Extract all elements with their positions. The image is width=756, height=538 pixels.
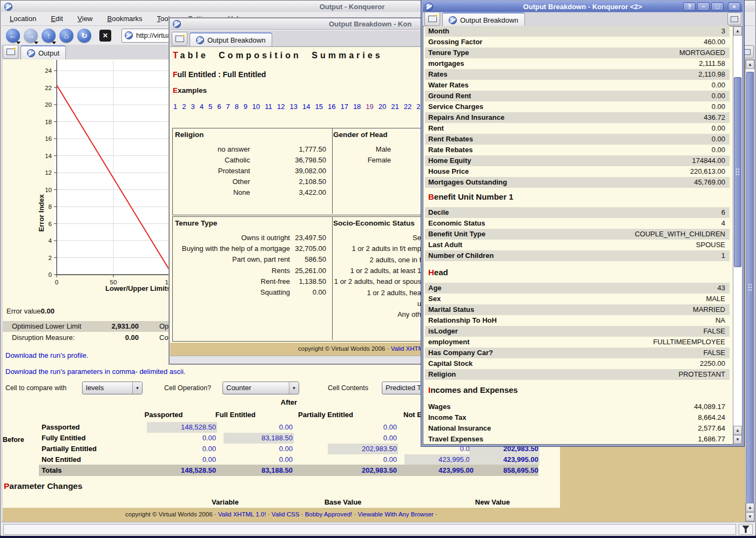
table-cell: None [170,187,250,198]
svg-text:10: 10 [45,187,52,193]
footer-link[interactable]: Bobby Approved! [305,511,353,517]
menu-item-view[interactable]: View [78,15,93,23]
cell-operation-select[interactable]: Counter ▼ [222,382,299,394]
row-label: Totals [42,465,62,476]
row-value: 2250.00 [700,358,725,369]
table-cell: 1 or 2 adults, hea [367,288,421,298]
example-link-15[interactable]: 15 [315,103,322,111]
row-label: Benefit Unit Type [428,229,485,240]
tab-corner-button[interactable] [3,45,18,59]
table-row: House Price220,613.00 [425,166,730,177]
menu-item-edit[interactable]: Edit [51,15,63,23]
scroll-up-icon[interactable]: ▲ [733,26,742,36]
table-row: Repairs And Insurance436.72 [425,112,730,123]
back-icon[interactable]: ← [6,29,20,43]
table-row: Economic Status4 [425,218,730,229]
tab-corner-button[interactable] [172,32,187,46]
matrix-cell: 202,983.50 [328,444,398,454]
example-link-9[interactable]: 9 [244,103,247,111]
svg-text:8: 8 [49,203,52,210]
chevron-down-icon[interactable]: ▼ [289,382,299,394]
example-link-5[interactable]: 5 [208,103,212,111]
scroll-down-icon[interactable]: ▼ [733,435,742,444]
example-link-20[interactable]: 20 [379,103,386,111]
row-value: PROTESTANT [679,369,725,380]
row-label: Rate Rebates [428,145,473,155]
example-link-16[interactable]: 16 [328,103,335,111]
scroll-up-icon[interactable]: ▲ [746,60,754,69]
tab-output-breakdown[interactable]: Output Breakdown [190,32,272,46]
example-link-13[interactable]: 13 [290,103,298,111]
example-link-22[interactable]: 22 [404,103,411,111]
footer-link[interactable]: Valid CSS [272,511,300,517]
example-link-17[interactable]: 17 [340,103,348,111]
example-link-8[interactable]: 8 [235,103,239,111]
table-row: Grossing Factor460.00 [425,37,730,47]
svg-text:4: 4 [49,237,52,244]
row-label: Capital Stock [428,358,473,369]
table-cell: 1 or 2 adults in f/t emp [352,243,421,254]
table-cell: 586.50 [291,254,326,265]
reload-icon[interactable]: ↻ [77,29,91,43]
example-link-1[interactable]: 1 [173,103,177,111]
home-icon[interactable]: ⌂ [59,29,73,43]
tab-output[interactable]: Output [21,45,66,59]
row-label: Fully Entitled [42,433,86,444]
row-value: FULLTIMEEMPLOYEE [653,337,725,348]
stat-label: Disruption Measure: [12,333,75,342]
table-cell: Squatting [170,287,290,298]
cell-compare-select[interactable]: levels ▼ [82,382,143,394]
download-parameters-link[interactable]: Download the run's parameters in comma- … [5,367,185,376]
page-icon [125,31,133,39]
table-cell: Part own, part rent [170,254,290,265]
status-tools-button[interactable] [739,524,753,535]
example-link-2[interactable]: 2 [182,103,186,111]
scroll-up-icon[interactable]: ▲ [733,426,742,435]
download-profile-link[interactable]: Download the run's profile. [5,351,89,359]
table-row: Number of Children1 [425,250,730,261]
svg-text:24: 24 [45,67,52,74]
table-cell: Owns it outright [170,233,290,243]
example-link-18[interactable]: 18 [353,103,361,111]
main-vertical-scrollbar[interactable]: ▲ ▲ ▼ [745,59,755,522]
new-tab-icon [6,49,15,55]
column-header: Full Entitled [187,411,284,419]
scroll-down-icon[interactable]: ▼ [746,512,754,521]
row-label: Month [428,26,449,37]
table-row: Decile6 [425,207,730,218]
example-link-3[interactable]: 3 [191,103,194,111]
table-row: Month3 [425,26,730,37]
scrollbar-thumb[interactable] [746,72,754,503]
example-link-19[interactable]: 19 [366,103,373,111]
matrix-cell: 0.00 [224,422,294,433]
menu-item-location[interactable]: Location [10,15,36,23]
front-vertical-scrollbar[interactable]: ▲ ▲ ▼ [733,26,742,445]
example-link-21[interactable]: 21 [391,103,399,111]
example-link-10[interactable]: 10 [252,103,260,111]
example-link-7[interactable]: 7 [226,103,230,111]
example-link-6[interactable]: 6 [217,103,221,111]
table-row: Capital Stock2250.00 [425,358,730,369]
matrix-cell: 0.00 [147,433,217,444]
row-label: House Price [428,166,469,177]
example-link-14[interactable]: 14 [302,103,310,111]
footer-link[interactable]: Viewable With Any Browser [357,511,433,517]
chart-xlabel: Lower/Upper Limits (a [105,284,179,292]
example-link-11[interactable]: 11 [265,103,273,111]
row-label: Rent Rebates [428,134,473,145]
menu-item-bookmarks[interactable]: Bookmarks [107,15,143,23]
scroll-up-icon[interactable]: ▲ [746,503,754,512]
forward-icon[interactable]: → [24,29,38,43]
matrix-cell: 0.00 [328,433,398,444]
example-link-12[interactable]: 12 [277,103,285,111]
matrix-cell: 83,188.50 [224,465,294,476]
footer-link[interactable]: Valid XHTML 1.0! [218,511,266,517]
up-icon[interactable]: ↑ [42,29,56,43]
example-link-4[interactable]: 4 [200,103,204,111]
scrollbar-thumb[interactable] [734,77,741,267]
chevron-down-icon[interactable]: ▼ [132,382,142,394]
copyright-text: copyright © Virtual Worlds 2006 [125,511,212,517]
funnel-icon [742,526,750,533]
stop-icon[interactable]: ✕ [99,30,111,42]
row-label: Not Entitled [42,454,81,465]
